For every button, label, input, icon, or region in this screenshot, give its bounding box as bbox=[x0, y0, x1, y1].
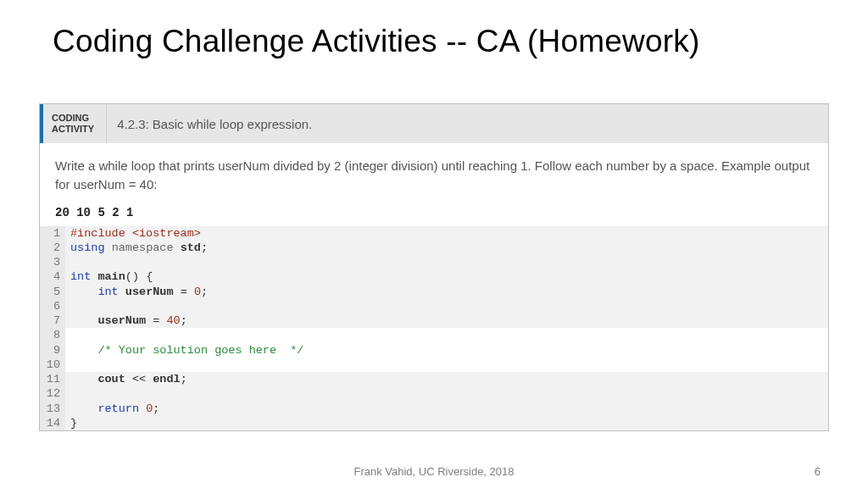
line-number: 9 bbox=[40, 343, 65, 358]
example-output: 20 10 5 2 1 bbox=[40, 202, 828, 226]
line-number: 8 bbox=[40, 328, 65, 342]
activity-header: CODING ACTIVITY 4.2.3: Basic while loop … bbox=[40, 104, 828, 143]
code-content: } bbox=[65, 416, 77, 430]
code-line: 1#include <iostream> bbox=[40, 226, 828, 241]
code-content bbox=[65, 299, 77, 313]
code-block: 1#include <iostream>2using namespace std… bbox=[40, 226, 828, 431]
code-line: 4int main() { bbox=[40, 269, 828, 284]
code-line: 10 bbox=[40, 358, 828, 372]
code-content: int main() { bbox=[65, 269, 153, 284]
line-number: 13 bbox=[40, 402, 65, 416]
code-content bbox=[65, 386, 77, 401]
badge-line-1: CODING bbox=[52, 113, 94, 124]
badge-line-2: ACTIVITY bbox=[52, 124, 94, 135]
code-content: return 0; bbox=[65, 402, 159, 416]
code-content: #include <iostream> bbox=[65, 226, 201, 241]
code-content bbox=[65, 255, 77, 269]
code-line: 8 bbox=[40, 328, 828, 342]
line-number: 12 bbox=[40, 386, 65, 401]
line-number: 6 bbox=[40, 299, 65, 313]
activity-panel: CODING ACTIVITY 4.2.3: Basic while loop … bbox=[39, 103, 829, 431]
code-content bbox=[65, 328, 77, 342]
line-number: 5 bbox=[40, 285, 65, 299]
code-line: 11 cout << endl; bbox=[40, 372, 828, 386]
line-number: 11 bbox=[40, 372, 65, 386]
line-number: 1 bbox=[40, 226, 65, 241]
activity-badge: CODING ACTIVITY bbox=[43, 104, 107, 143]
code-line: 12 bbox=[40, 386, 828, 401]
code-content: userNum = 40; bbox=[65, 313, 187, 328]
line-number: 2 bbox=[40, 241, 65, 255]
code-line: 7 userNum = 40; bbox=[40, 313, 828, 328]
line-number: 14 bbox=[40, 416, 65, 430]
line-number: 7 bbox=[40, 313, 65, 328]
code-line: 9 /* Your solution goes here */ bbox=[40, 343, 828, 358]
code-line: 6 bbox=[40, 299, 828, 313]
activity-title: 4.2.3: Basic while loop expression. bbox=[107, 104, 312, 143]
code-content: int userNum = 0; bbox=[65, 285, 208, 299]
code-content: cout << endl; bbox=[65, 372, 187, 386]
slide-title: Coding Challenge Activities -- CA (Homew… bbox=[0, 0, 868, 59]
line-number: 10 bbox=[40, 358, 65, 372]
code-line: 5 int userNum = 0; bbox=[40, 285, 828, 299]
code-content: /* Your solution goes here */ bbox=[65, 343, 303, 358]
code-line: 2using namespace std; bbox=[40, 241, 828, 255]
code-line: 14} bbox=[40, 416, 828, 430]
slide-footer: Frank Vahid, UC Riverside, 2018 bbox=[0, 465, 868, 478]
code-line: 3 bbox=[40, 255, 828, 269]
slide-page-number: 6 bbox=[815, 465, 821, 478]
line-number: 3 bbox=[40, 255, 65, 269]
activity-instructions: Write a while loop that prints userNum d… bbox=[40, 143, 828, 202]
code-content: using namespace std; bbox=[65, 241, 208, 255]
code-line: 13 return 0; bbox=[40, 402, 828, 416]
code-content bbox=[65, 358, 77, 372]
line-number: 4 bbox=[40, 269, 65, 284]
